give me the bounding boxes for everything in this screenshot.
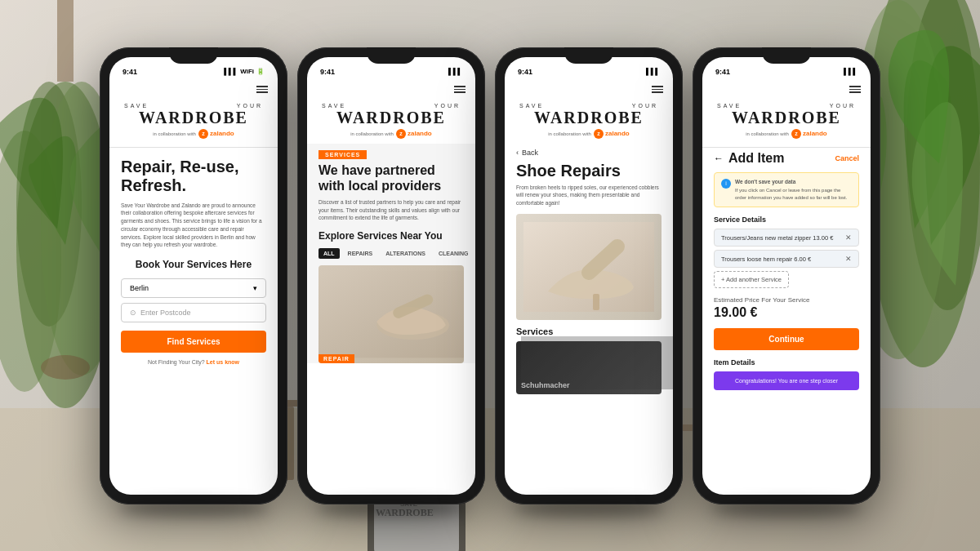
phones-container: 9:41 ▌▌▌ WiFi 🔋 SAVE YOUR [0,0,980,551]
zalando-text-3: zalando [605,130,630,137]
city-dropdown[interactable]: Berlin ▾ [121,278,266,298]
info-icon: i [721,179,731,189]
item-details-label: Item Details [714,358,859,367]
info-banner: i We don't save your data If you click o… [714,172,859,208]
screen3-body: From broken heels to ripped soles, our e… [505,184,673,207]
time-1: 9:41 [122,68,137,76]
svg-rect-29 [521,341,662,389]
screen3-hero: Shoe Repairs [505,162,673,180]
time-4: 9:41 [715,68,730,76]
brand-header-2: SAVE YOUR WARDROBE in collaboration with… [307,100,475,144]
phone-screen-2: 9:41 ▌▌▌ SAVE YOUR WARDROBE [307,57,475,495]
hamburger-menu-2[interactable] [454,86,466,93]
svg-rect-28 [593,294,599,310]
screen4-content: ← Add Item Cancel i We don't save your d… [702,151,871,391]
filter-tabs: ALL REPAIRS ALTERATIONS CLEANING [307,248,475,259]
zalando-logo-1: zalando [198,129,234,139]
screen2-hero: We have partnered with local providers [307,162,475,193]
phone-3: 9:41 ▌▌▌ SAVE YOUR WARDROBE [495,47,683,504]
filter-repairs[interactable]: REPAIRS [343,248,378,259]
chevron-down-icon: ▾ [253,284,257,292]
brand-wardrobe-1: WARDROBE [118,109,270,127]
service-details-label: Service Details [714,216,859,224]
cancel-button[interactable]: Cancel [835,154,859,162]
screen3-services-label: Services [505,327,673,336]
zalando-icon-3 [594,129,604,139]
phone-notch-4 [762,47,811,64]
screen1-content: Repair, Re-use, Refresh. Save Your Wardr… [109,151,278,372]
brand-wardrobe-3: WARDROBE [513,109,665,127]
time-2: 9:41 [320,68,335,76]
screen3-shoe-image [516,214,662,320]
signal-icon-3: ▌▌▌ [646,68,660,75]
signal-icon-2: ▌▌▌ [448,68,462,75]
brand-header-4: SAVE YOUR WARDROBE in collaboration with… [702,100,871,144]
status-icons-4: ▌▌▌ [844,68,858,75]
status-icons-3: ▌▌▌ [646,68,660,75]
location-icon: ⊙ [130,309,136,317]
hamburger-menu-1[interactable] [256,86,268,93]
brand-save-your-2: SAVE YOUR [315,103,467,109]
status-icons-1: ▌▌▌ WiFi 🔋 [224,68,265,75]
phone-notch-3 [564,47,613,64]
phone-screen-1: 9:41 ▌▌▌ WiFi 🔋 SAVE YOUR [109,57,278,495]
wifi-icon: WiFi [240,68,254,75]
screen1-footer: Not Finding Your City? Let us know [121,359,266,365]
brand-wardrobe-2: WARDROBE [315,109,467,127]
hamburger-menu-4[interactable] [849,86,861,93]
brand-header-3: SAVE YOUR WARDROBE in collaboration with… [505,100,673,144]
phone-4: 9:41 ▌▌▌ SAVE YOUR WARDROBE [693,47,880,504]
continue-button[interactable]: Continue [714,328,859,350]
brand-collab-4: in collaboration with zalando [710,129,862,139]
service-tag-1: Trousers/Jeans new metal zipper 13.00 € … [714,229,859,247]
add-another-service-button[interactable]: + Add another Service [714,271,789,288]
phone-screen-4: 9:41 ▌▌▌ SAVE YOUR WARDROBE [702,57,871,495]
zalando-logo-2: zalando [396,129,432,139]
price-section: Estimated Price For Your Service 19.00 € [714,296,859,320]
brand-save-your-4: SAVE YOUR [710,103,862,109]
remove-service-2-button[interactable]: ✕ [845,255,852,263]
let-us-know-link[interactable]: Let us know [207,359,239,365]
filter-cleaning[interactable]: CLEANING [434,248,474,259]
brand-save-your-3: SAVE YOUR [513,103,665,109]
zalando-logo-3: zalando [594,129,630,139]
signal-icon-4: ▌▌▌ [844,68,858,75]
background: SAVE WARDROBE 9:41 ▌▌▌ WiFi 🔋 [0,0,980,551]
brand-collab-2: in collaboration with zalando [315,129,467,139]
back-navigation[interactable]: ‹ Back [505,144,673,162]
find-services-button[interactable]: Find Services [121,331,266,353]
service-tag-2: Trousers loose hem repair 6.00 € ✕ [714,250,859,268]
screen2-body: Discover a list of trusted partners to h… [307,198,475,222]
add-item-title: Add Item [728,151,784,166]
service-card-schuhmacher[interactable]: Schuhmacher [516,341,662,394]
nav-bar-4 [702,80,871,100]
phone-notch-2 [367,47,416,64]
brand-header-1: SAVE YOUR WARDROBE in collaboration with… [109,100,278,144]
screen1-hero: Repair, Re-use, Refresh. [121,158,266,195]
screen2-content: SERVICES We have partnered with local pr… [307,144,475,364]
phone-screen-3: 9:41 ▌▌▌ SAVE YOUR WARDROBE [505,57,673,495]
zalando-text-4: zalando [803,130,827,137]
brand-collab-3: in collaboration with zalando [513,129,665,139]
back-arrow-icon: ← [714,153,724,164]
filter-all[interactable]: ALL [318,248,340,259]
services-tag: SERVICES [318,150,367,159]
postcode-input[interactable]: ⊙ Enter Postcode [121,303,266,322]
success-banner: Congratulations! You are one step closer [714,371,859,390]
back-chevron-icon: ‹ [516,149,519,157]
hamburger-menu-3[interactable] [652,86,663,93]
time-3: 9:41 [518,68,532,76]
screen1-cta: Book Your Services Here [121,259,266,270]
filter-alterations[interactable]: ALTERATIONS [381,248,430,259]
nav-bar-3 [505,80,673,100]
price-label: Estimated Price For Your Service [714,296,859,304]
zalando-icon-4 [791,129,801,139]
zalando-icon-2 [396,129,406,139]
zalando-icon-1 [198,129,208,139]
phone-2: 9:41 ▌▌▌ SAVE YOUR WARDROBE [297,47,485,504]
screen2-explore: Explore Services Near You [307,230,475,242]
brand-collab-1: in collaboration with zalando [118,129,270,139]
screen4-title: ← Add Item [714,151,784,166]
remove-service-1-button[interactable]: ✕ [845,233,852,242]
screen2-image: REPAIR [318,265,464,363]
